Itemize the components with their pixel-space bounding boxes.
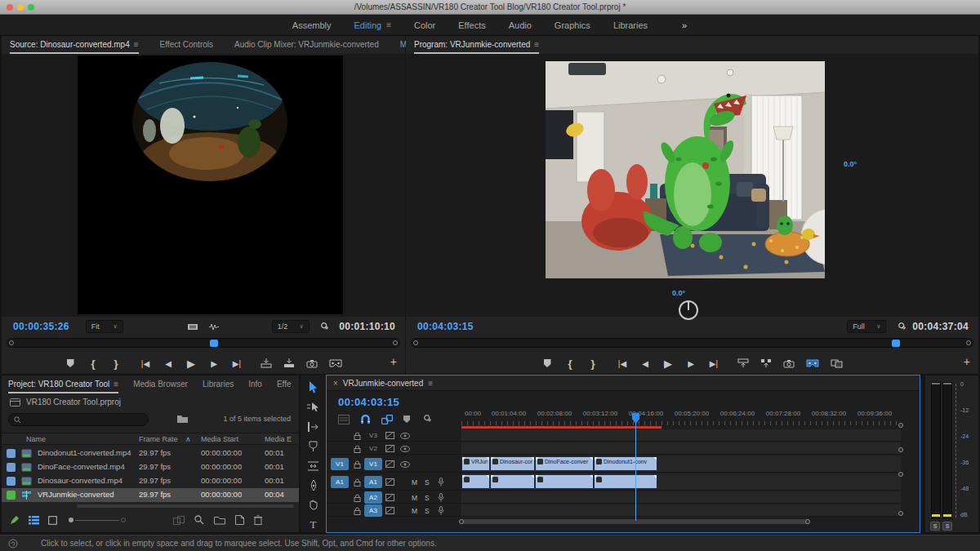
workspace-tab-assembly[interactable]: Assembly <box>292 20 332 30</box>
tab-effects-truncated[interactable]: Effe <box>277 375 292 393</box>
program-zoom-select[interactable]: Full∨ <box>847 320 886 333</box>
drag-video-icon[interactable] <box>187 320 198 333</box>
timeline-audio-clip-dinoface[interactable] <box>535 474 594 489</box>
scrollbar-end[interactable] <box>966 340 971 345</box>
voiceover-mic-icon[interactable] <box>438 478 444 487</box>
settings-wrench-icon[interactable] <box>894 320 906 333</box>
panel-menu-icon[interactable]: ≡ <box>428 379 433 388</box>
timeline-clip-dinodonut1[interactable]: Dinodonut1-conv <box>594 456 657 471</box>
playback-resolution-select[interactable]: 1/2∨ <box>272 320 310 333</box>
track-target-a1[interactable]: A1 <box>364 476 382 488</box>
solo-left-button[interactable]: S <box>930 522 940 531</box>
find-icon[interactable] <box>194 515 204 525</box>
goto-out-button[interactable]: ▶| <box>231 357 243 370</box>
new-item-icon[interactable] <box>235 515 244 525</box>
label-color-chip[interactable] <box>7 463 16 472</box>
panel-menu-icon[interactable]: ≡ <box>114 375 118 393</box>
mark-in-button[interactable]: { <box>564 357 576 370</box>
lift-button[interactable] <box>737 357 749 370</box>
program-playhead-handle[interactable] <box>892 340 900 347</box>
project-breadcrumb[interactable]: VR180 Creator Tool.prproj <box>10 398 121 407</box>
ripple-edit-tool[interactable] <box>305 420 322 433</box>
sort-ascending-icon[interactable]: ∧ <box>185 435 191 443</box>
mute-button[interactable]: M <box>412 494 417 502</box>
project-row-vrjunmkie-selected[interactable]: VRJunmkie-converted 29.97 fps 00:00:00:0… <box>2 488 299 502</box>
source-viewer[interactable] <box>2 54 405 317</box>
sync-lock-icon[interactable] <box>385 507 394 514</box>
comparison-view-button[interactable] <box>831 357 843 370</box>
source-patch-v1[interactable]: V1 <box>331 458 349 470</box>
close-tab-icon[interactable]: × <box>333 379 338 388</box>
timeline-audio-clip-dinosaur[interactable] <box>490 474 535 489</box>
workspace-tab-effects[interactable]: Effects <box>458 20 485 30</box>
slip-tool[interactable] <box>305 459 322 473</box>
source-patch-a1[interactable]: A1 <box>331 476 349 488</box>
source-playhead-handle[interactable] <box>210 340 218 347</box>
add-marker-button[interactable] <box>541 357 553 370</box>
mark-in-button[interactable]: { <box>87 357 99 370</box>
tab-libraries[interactable]: Libraries <box>203 375 234 393</box>
mark-out-button[interactable]: } <box>587 357 599 370</box>
voiceover-mic-icon[interactable] <box>438 493 444 502</box>
settings-wrench-icon[interactable] <box>318 320 329 333</box>
panel-menu-icon[interactable]: ≡ <box>134 36 139 54</box>
mark-out-button[interactable]: } <box>110 357 122 370</box>
lock-icon[interactable] <box>354 445 361 453</box>
tab-info[interactable]: Info <box>248 375 262 393</box>
insert-button[interactable] <box>261 357 272 370</box>
track-visibility-eye-icon[interactable] <box>400 461 410 468</box>
source-timecode[interactable]: 00:00:35:26 <box>13 321 69 332</box>
tab-media-browser[interactable]: Media Browser <box>133 375 188 393</box>
track-visibility-eye-icon[interactable] <box>400 433 410 439</box>
thumbnail-zoom-slider[interactable] <box>69 516 126 524</box>
program-viewer[interactable]: 0.0° 0.0° <box>406 54 978 317</box>
goto-in-button[interactable]: |◀ <box>617 357 628 370</box>
hand-tool[interactable] <box>305 498 322 512</box>
workspace-tab-libraries[interactable]: Libraries <box>613 20 648 30</box>
pen-tool[interactable] <box>305 478 322 492</box>
timeline-settings-wrench-icon[interactable] <box>421 414 431 424</box>
linked-selection-icon[interactable] <box>381 415 393 424</box>
vr-pan-value[interactable]: 0.0° <box>672 289 685 297</box>
timeline-ruler[interactable]: 00:00 00:01:04:00 00:02:08:00 00:03:12:0… <box>461 408 901 428</box>
timeline-vertical-scrollbar[interactable] <box>898 447 903 452</box>
automate-to-sequence-icon[interactable] <box>173 516 185 525</box>
type-tool[interactable]: T <box>305 518 322 531</box>
tab-source[interactable]: Source: Dinosaur-converted.mp4≡ <box>10 36 139 54</box>
workspace-tab-graphics[interactable]: Graphics <box>555 20 590 30</box>
tab-audio-clip-mixer[interactable]: Audio Clip Mixer: VRJunmkie-converted <box>234 36 379 54</box>
extract-button[interactable] <box>760 357 772 370</box>
overwrite-button[interactable] <box>283 357 295 370</box>
lock-icon[interactable] <box>354 494 361 502</box>
track-target-v2[interactable]: V2 <box>364 442 382 455</box>
solo-button[interactable]: S <box>425 507 430 515</box>
source-scrubber[interactable] <box>7 338 400 348</box>
timeline-audio-clip-vrjun[interactable] <box>461 474 490 489</box>
program-scrubber[interactable] <box>411 338 973 348</box>
sync-lock-icon[interactable] <box>385 494 394 501</box>
label-color-chip[interactable] <box>7 491 16 500</box>
workspace-tab-editing[interactable]: Editing <box>354 20 381 30</box>
lock-icon[interactable] <box>354 460 361 469</box>
selection-tool[interactable] <box>305 380 322 394</box>
step-forward-button[interactable]: ▶ <box>208 357 220 370</box>
tab-project[interactable]: Project: VR180 Creator Tool≡ <box>8 375 118 393</box>
panel-menu-icon[interactable]: ≡ <box>534 36 539 54</box>
label-color-chip[interactable] <box>7 449 16 458</box>
timeline-audio-clip-dinodonut1[interactable] <box>594 474 657 489</box>
nested-sequence-icon[interactable] <box>338 415 350 424</box>
program-timecode[interactable]: 00:04:03:15 <box>417 321 474 332</box>
lock-icon[interactable] <box>354 478 361 487</box>
media-browser-folder-icon[interactable] <box>176 414 189 424</box>
step-back-button[interactable]: ◀ <box>163 357 174 370</box>
tab-effect-controls[interactable]: Effect Controls <box>160 36 213 54</box>
drag-audio-icon[interactable] <box>208 320 220 333</box>
sync-lock-icon[interactable] <box>385 460 394 468</box>
track-lane-a1[interactable] <box>461 473 901 491</box>
timeline-vertical-scrollbar[interactable] <box>898 423 903 428</box>
tab-program[interactable]: Program: VRJunmkie-converted≡ <box>414 36 539 54</box>
scrollbar-end[interactable] <box>805 519 810 524</box>
source-zoom-select[interactable]: Fit∨ <box>86 320 123 333</box>
step-forward-button[interactable]: ▶ <box>685 357 697 370</box>
timeline-clip-dinoface[interactable]: DinoFace-conver <box>535 456 594 471</box>
